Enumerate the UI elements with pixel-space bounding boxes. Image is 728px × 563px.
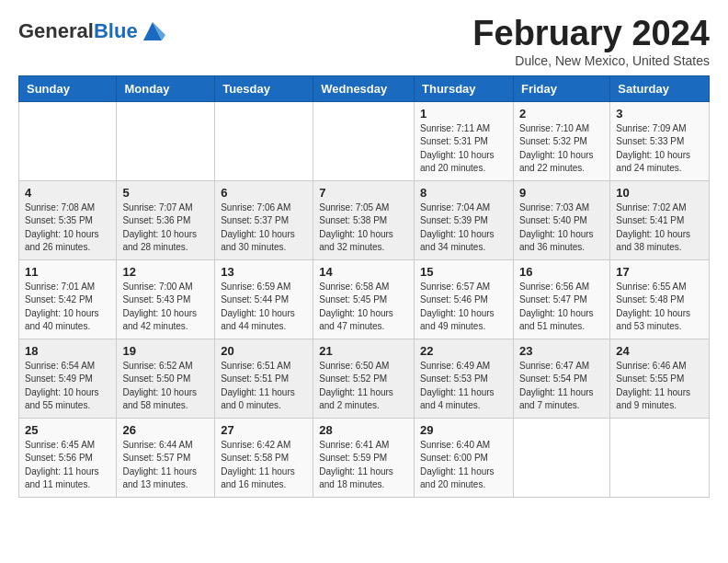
day-number: 26 xyxy=(122,423,209,437)
cell-info: Sunrise: 6:49 AM Sunset: 5:53 PM Dayligh… xyxy=(420,360,507,413)
calendar-cell: 29Sunrise: 6:40 AM Sunset: 6:00 PM Dayli… xyxy=(415,418,514,497)
cell-info: Sunrise: 6:54 AM Sunset: 5:49 PM Dayligh… xyxy=(25,360,110,413)
weekday-header-friday: Friday xyxy=(513,75,609,101)
calendar-cell: 25Sunrise: 6:45 AM Sunset: 5:56 PM Dayli… xyxy=(19,418,117,497)
day-number: 20 xyxy=(221,344,307,358)
day-number: 29 xyxy=(420,423,507,437)
calendar-cell xyxy=(513,418,609,497)
calendar-cell: 18Sunrise: 6:54 AM Sunset: 5:49 PM Dayli… xyxy=(19,339,117,418)
cell-info: Sunrise: 6:46 AM Sunset: 5:55 PM Dayligh… xyxy=(616,360,703,413)
calendar-cell: 14Sunrise: 6:58 AM Sunset: 5:45 PM Dayli… xyxy=(313,259,415,339)
cell-info: Sunrise: 6:45 AM Sunset: 5:56 PM Dayligh… xyxy=(25,439,110,492)
header: GeneralBlue February 2024 Dulce, New Mex… xyxy=(18,15,710,68)
weekday-header-monday: Monday xyxy=(117,75,215,101)
calendar-cell: 19Sunrise: 6:52 AM Sunset: 5:50 PM Dayli… xyxy=(117,339,215,418)
day-number: 15 xyxy=(420,265,507,279)
cell-info: Sunrise: 7:11 AM Sunset: 5:31 PM Dayligh… xyxy=(420,122,507,176)
location-subtitle: Dulce, New Mexico, United States xyxy=(472,53,710,68)
logo-general-text: General xyxy=(18,19,94,42)
calendar-cell: 7Sunrise: 7:05 AM Sunset: 5:38 PM Daylig… xyxy=(313,180,415,259)
day-number: 21 xyxy=(319,344,408,358)
calendar-cell xyxy=(610,418,710,497)
calendar-week-row: 18Sunrise: 6:54 AM Sunset: 5:49 PM Dayli… xyxy=(19,339,710,418)
calendar-cell xyxy=(19,101,117,180)
cell-info: Sunrise: 6:58 AM Sunset: 5:45 PM Dayligh… xyxy=(319,281,408,334)
calendar-cell: 12Sunrise: 7:00 AM Sunset: 5:43 PM Dayli… xyxy=(117,259,215,339)
cell-info: Sunrise: 7:09 AM Sunset: 5:33 PM Dayligh… xyxy=(616,122,703,176)
logo: GeneralBlue xyxy=(18,18,165,44)
cell-info: Sunrise: 6:52 AM Sunset: 5:50 PM Dayligh… xyxy=(122,360,209,413)
calendar-cell: 16Sunrise: 6:56 AM Sunset: 5:47 PM Dayli… xyxy=(513,259,609,339)
day-number: 13 xyxy=(221,265,307,279)
calendar-cell: 26Sunrise: 6:44 AM Sunset: 5:57 PM Dayli… xyxy=(117,418,215,497)
cell-info: Sunrise: 7:06 AM Sunset: 5:37 PM Dayligh… xyxy=(221,201,307,255)
cell-info: Sunrise: 7:01 AM Sunset: 5:42 PM Dayligh… xyxy=(25,281,110,334)
cell-info: Sunrise: 6:40 AM Sunset: 6:00 PM Dayligh… xyxy=(420,439,507,492)
cell-info: Sunrise: 6:42 AM Sunset: 5:58 PM Dayligh… xyxy=(221,439,307,492)
cell-info: Sunrise: 7:08 AM Sunset: 5:35 PM Dayligh… xyxy=(25,201,110,255)
logo-icon xyxy=(140,18,165,44)
day-number: 17 xyxy=(616,265,703,279)
calendar-cell xyxy=(117,101,215,180)
cell-info: Sunrise: 7:10 AM Sunset: 5:32 PM Dayligh… xyxy=(519,122,604,176)
calendar-cell: 28Sunrise: 6:41 AM Sunset: 5:59 PM Dayli… xyxy=(313,418,415,497)
calendar-week-row: 1Sunrise: 7:11 AM Sunset: 5:31 PM Daylig… xyxy=(19,101,710,180)
cell-info: Sunrise: 6:56 AM Sunset: 5:47 PM Dayligh… xyxy=(519,281,604,334)
calendar-cell xyxy=(215,101,313,180)
day-number: 2 xyxy=(519,107,604,121)
day-number: 28 xyxy=(319,423,408,437)
calendar-cell: 13Sunrise: 6:59 AM Sunset: 5:44 PM Dayli… xyxy=(215,259,313,339)
calendar-cell: 3Sunrise: 7:09 AM Sunset: 5:33 PM Daylig… xyxy=(610,101,710,180)
day-number: 24 xyxy=(616,344,703,358)
weekday-header-wednesday: Wednesday xyxy=(313,75,415,101)
cell-info: Sunrise: 7:00 AM Sunset: 5:43 PM Dayligh… xyxy=(122,281,209,334)
title-area: February 2024 Dulce, New Mexico, United … xyxy=(472,15,710,68)
calendar-cell: 21Sunrise: 6:50 AM Sunset: 5:52 PM Dayli… xyxy=(313,339,415,418)
day-number: 12 xyxy=(122,265,209,279)
weekday-header-row: SundayMondayTuesdayWednesdayThursdayFrid… xyxy=(19,75,710,101)
calendar-cell: 20Sunrise: 6:51 AM Sunset: 5:51 PM Dayli… xyxy=(215,339,313,418)
weekday-header-saturday: Saturday xyxy=(610,75,710,101)
cell-info: Sunrise: 6:47 AM Sunset: 5:54 PM Dayligh… xyxy=(519,360,604,413)
weekday-header-tuesday: Tuesday xyxy=(215,75,313,101)
cell-info: Sunrise: 6:44 AM Sunset: 5:57 PM Dayligh… xyxy=(122,439,209,492)
cell-info: Sunrise: 6:59 AM Sunset: 5:44 PM Dayligh… xyxy=(221,281,307,334)
calendar-week-row: 25Sunrise: 6:45 AM Sunset: 5:56 PM Dayli… xyxy=(19,418,710,497)
calendar-week-row: 4Sunrise: 7:08 AM Sunset: 5:35 PM Daylig… xyxy=(19,180,710,259)
day-number: 11 xyxy=(25,265,110,279)
day-number: 14 xyxy=(319,265,408,279)
cell-info: Sunrise: 6:55 AM Sunset: 5:48 PM Dayligh… xyxy=(616,281,703,334)
day-number: 23 xyxy=(519,344,604,358)
calendar-cell: 6Sunrise: 7:06 AM Sunset: 5:37 PM Daylig… xyxy=(215,180,313,259)
cell-info: Sunrise: 6:50 AM Sunset: 5:52 PM Dayligh… xyxy=(319,360,408,413)
cell-info: Sunrise: 7:05 AM Sunset: 5:38 PM Dayligh… xyxy=(319,201,408,255)
calendar-cell: 1Sunrise: 7:11 AM Sunset: 5:31 PM Daylig… xyxy=(415,101,514,180)
cell-info: Sunrise: 7:04 AM Sunset: 5:39 PM Dayligh… xyxy=(420,201,507,255)
logo-blue-text: Blue xyxy=(94,19,138,42)
cell-info: Sunrise: 7:02 AM Sunset: 5:41 PM Dayligh… xyxy=(616,201,703,255)
calendar-cell: 5Sunrise: 7:07 AM Sunset: 5:36 PM Daylig… xyxy=(117,180,215,259)
calendar-cell: 15Sunrise: 6:57 AM Sunset: 5:46 PM Dayli… xyxy=(415,259,514,339)
day-number: 18 xyxy=(25,344,110,358)
day-number: 27 xyxy=(221,423,307,437)
calendar-cell: 27Sunrise: 6:42 AM Sunset: 5:58 PM Dayli… xyxy=(215,418,313,497)
calendar-cell: 8Sunrise: 7:04 AM Sunset: 5:39 PM Daylig… xyxy=(415,180,514,259)
calendar-cell: 22Sunrise: 6:49 AM Sunset: 5:53 PM Dayli… xyxy=(415,339,514,418)
calendar-cell: 2Sunrise: 7:10 AM Sunset: 5:32 PM Daylig… xyxy=(513,101,609,180)
day-number: 16 xyxy=(519,265,604,279)
day-number: 6 xyxy=(221,186,307,200)
day-number: 19 xyxy=(122,344,209,358)
day-number: 25 xyxy=(25,423,110,437)
cell-info: Sunrise: 6:51 AM Sunset: 5:51 PM Dayligh… xyxy=(221,360,307,413)
calendar-cell: 17Sunrise: 6:55 AM Sunset: 5:48 PM Dayli… xyxy=(610,259,710,339)
day-number: 8 xyxy=(420,186,507,200)
day-number: 9 xyxy=(519,186,604,200)
cell-info: Sunrise: 6:57 AM Sunset: 5:46 PM Dayligh… xyxy=(420,281,507,334)
cell-info: Sunrise: 7:03 AM Sunset: 5:40 PM Dayligh… xyxy=(519,201,604,255)
calendar-cell: 11Sunrise: 7:01 AM Sunset: 5:42 PM Dayli… xyxy=(19,259,117,339)
day-number: 4 xyxy=(25,186,110,200)
day-number: 7 xyxy=(319,186,408,200)
cell-info: Sunrise: 7:07 AM Sunset: 5:36 PM Dayligh… xyxy=(122,201,209,255)
calendar-cell: 23Sunrise: 6:47 AM Sunset: 5:54 PM Dayli… xyxy=(513,339,609,418)
weekday-header-thursday: Thursday xyxy=(415,75,514,101)
